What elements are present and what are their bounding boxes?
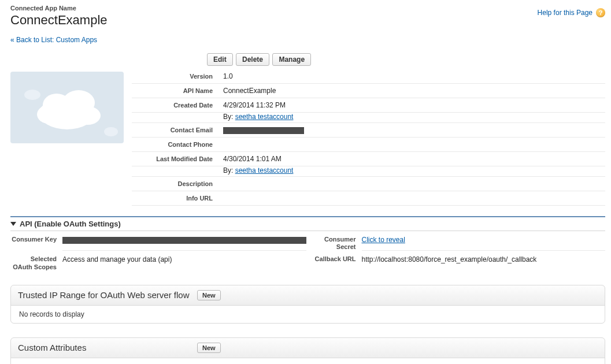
custom-attributes-new-button[interactable]: New [197, 343, 221, 353]
modified-by-user-link[interactable]: seetha testaccount [235, 166, 294, 174]
consumer-key-label: Consumer Key [10, 236, 57, 251]
contact-email-value [223, 126, 304, 134]
custom-attributes-title: Custom Attributes [18, 343, 197, 352]
description-label: Description [132, 180, 223, 187]
edit-button[interactable]: Edit [207, 53, 233, 66]
info-url-label: Info URL [132, 195, 223, 202]
consumer-key-value [62, 236, 306, 251]
page-subtitle: Connected App Name [10, 5, 108, 12]
created-date-value: 4/29/2014 11:32 PM [223, 101, 286, 109]
consumer-secret-label: Consumer Secret [312, 236, 356, 251]
oauth-scopes-label: Selected OAuth Scopes [10, 255, 57, 270]
contact-email-label: Contact Email [132, 127, 223, 133]
trusted-ip-title: Trusted IP Range for OAuth Web server fl… [18, 290, 197, 300]
api-name-label: API Name [132, 87, 223, 94]
oauth-scopes-value: Access and manage your data (api) [62, 255, 306, 270]
help-icon[interactable]: ? [596, 8, 605, 17]
click-to-reveal-link[interactable]: Click to reveal [362, 236, 405, 244]
app-logo-placeholder [10, 72, 124, 143]
help-link[interactable]: Help for this Page [538, 9, 593, 17]
svg-point-4 [75, 106, 101, 125]
page-title: ConnectExample [10, 13, 108, 28]
created-date-label: Created Date [132, 102, 223, 109]
delete-button[interactable]: Delete [236, 53, 269, 66]
manage-button[interactable]: Manage [272, 53, 311, 66]
modified-date-value: 4/30/2014 1:01 AM [223, 155, 282, 163]
version-label: Version [132, 73, 223, 80]
callback-url-value: http://localhost:8080/force_rest_example… [362, 255, 606, 270]
api-section-header[interactable]: API (Enable OAuth Settings) [10, 217, 605, 231]
api-section-title: API (Enable OAuth Settings) [20, 220, 121, 228]
trusted-ip-empty-message: No records to display [11, 306, 605, 323]
contact-phone-label: Contact Phone [132, 141, 223, 148]
trusted-ip-new-button[interactable]: New [197, 290, 221, 300]
svg-point-5 [24, 90, 40, 100]
back-to-list-link[interactable]: « Back to List: Custom Apps [10, 36, 97, 44]
callback-url-label: Callback URL [312, 255, 356, 270]
created-by-user-link[interactable]: seetha testaccount [235, 113, 294, 121]
trusted-ip-panel: Trusted IP Range for OAuth Web server fl… [10, 285, 605, 324]
modified-by-prefix: By: [223, 166, 235, 174]
svg-point-3 [37, 105, 60, 124]
custom-attributes-panel: Custom Attributes New No records to disp… [10, 337, 605, 364]
modified-date-label: Last Modified Date [132, 155, 223, 162]
chevron-down-icon [10, 222, 16, 226]
created-by-prefix: By: [223, 113, 235, 121]
svg-point-6 [104, 127, 118, 136]
version-value: 1.0 [223, 72, 233, 80]
custom-attributes-empty-message: No records to display [11, 358, 605, 364]
api-name-value: ConnectExample [223, 87, 276, 95]
